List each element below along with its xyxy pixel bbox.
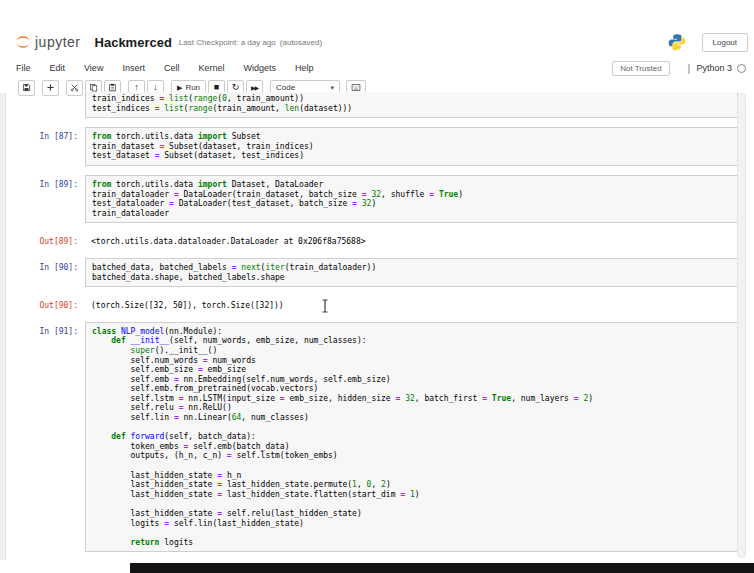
code-line: last_hidden_state = self.relu(last_hidde… [92,509,731,519]
code-line: self.emb = nn.Embedding(self.num_words, … [92,375,731,385]
code-cell[interactable]: train_indices = list(range(0, train_amou… [0,92,738,118]
code-line: batched_data.shape, batched_labels.shape [92,273,731,283]
play-icon: ▶ [177,84,182,92]
code-line: def forward(self, batch_data): [92,432,731,442]
code-line: self.num_words = num_words [92,356,731,366]
code-line: self.emb_size = emb_size [92,365,731,375]
code-line: def __init__(self, num_words, emb_size, … [92,336,731,346]
code-editor[interactable]: train_indices = list(range(0, train_amou… [85,92,738,118]
code-line: last_hidden_state = last_hidden_state.pe… [92,480,731,490]
cell-type-value: Code [276,83,295,92]
stop-icon: ■ [214,83,219,92]
code-cell[interactable]: In [87]:from torch.utils.data import Sub… [0,127,738,166]
kernel-name: Python 3 [696,63,732,73]
checkpoint-status: Last Checkpoint: a day ago [179,38,276,47]
code-line: batched_data, batched_labels = next(iter… [92,263,731,273]
code-editor[interactable]: from torch.utils.data import Dataset, Da… [85,175,738,223]
keyboard-icon [350,83,362,92]
code-line: from torch.utils.data import Dataset, Da… [92,180,731,190]
scissors-icon [70,83,79,92]
input-prompt: In [89]: [0,175,85,223]
arrow-up-icon: ↑ [134,83,139,92]
code-line: test_dataset = Subset(dataset, test_indi… [92,151,731,161]
code-line [92,461,731,471]
code-cell[interactable]: In [91]:class NLP_model(nn.Module): def … [0,322,738,553]
save-icon [22,83,31,92]
copy-icon [89,83,98,92]
output-cell[interactable]: Out[90]:(torch.Size([32, 50]), torch.Siz… [0,296,738,311]
kernel-separator: | [688,62,691,74]
code-line: from torch.utils.data import Subset [92,132,731,142]
notebook-scrollbar[interactable] [737,93,746,558]
output-cell[interactable]: Out[89]:<torch.utils.data.dataloader.Dat… [0,232,738,247]
code-line: last_hidden_state = last_hidden_state.fl… [92,490,731,500]
code-line: class NLP_model(nn.Module): [92,327,731,337]
code-line: return logits [92,538,731,548]
menu-widgets[interactable]: Widgets [243,63,276,73]
input-prompt: In [87]: [0,127,85,166]
code-line: test_indices = list(range(train_amount, … [92,104,731,114]
code-line: super().__init__() [92,346,731,356]
code-line: token_embs = self.emb(batch_data) [92,442,731,452]
header: jupyter Hackmerced Last Checkpoint: a da… [14,30,748,54]
output-prompt: Out[90]: [0,296,85,311]
jupyter-logo-text: jupyter [35,34,81,50]
code-line: logits = self.lin(last_hidden_state) [92,519,731,529]
jupyter-logo-icon [14,33,32,51]
output-prompt: Out[89]: [0,232,85,247]
code-line: train_dataloader = DataLoader(train_data… [92,190,731,200]
code-line [92,423,731,433]
code-line: train_indices = list(range(0, train_amou… [92,94,731,104]
chevron-down-icon: ▾ [331,84,335,92]
output-text: <torch.utils.data.dataloader.DataLoader … [85,232,738,247]
autosave-status: (autosaved) [280,38,322,47]
notebook-title[interactable]: Hackmerced [95,35,172,50]
run-label: Run [185,83,200,92]
menu-edit[interactable]: Edit [50,63,66,73]
code-cell[interactable]: In [90]:batched_data, batched_labels = n… [0,258,738,287]
python-logo-icon [668,33,702,51]
code-line: train_dataloader [92,209,731,219]
menu-help[interactable]: Help [295,63,314,73]
menu-insert[interactable]: Insert [122,63,145,73]
paste-icon [108,83,117,92]
input-prompt: In [90]: [0,258,85,287]
code-line: train_dataset = Subset(dataset, train_in… [92,142,731,152]
code-editor[interactable]: batched_data, batched_labels = next(iter… [85,258,738,287]
code-editor[interactable]: class NLP_model(nn.Module): def __init__… [85,322,738,553]
code-line: self.lstm = nn.LSTM(input_size = emb_siz… [92,394,731,404]
kernel-status-icon [737,64,746,73]
output-text: (torch.Size([32, 50]), torch.Size([32])) [85,296,738,311]
notebook-cells: train_indices = list(range(0, train_amou… [0,92,738,563]
arrow-down-icon: ↓ [153,83,158,92]
code-cell[interactable]: In [89]:from torch.utils.data import Dat… [0,175,738,223]
code-editor[interactable]: from torch.utils.data import Subsettrain… [85,127,738,166]
plus-icon [46,83,55,92]
fast-forward-icon: ▶▶ [251,84,258,91]
code-line: self.lin = nn.Linear(64, num_classes) [92,413,731,423]
menu-file[interactable]: File [16,63,31,73]
code-line: last_hidden_state = h_n [92,471,731,481]
input-prompt: In [91]: [0,322,85,553]
code-line [92,499,731,509]
code-line: self.relu = nn.ReLU() [92,403,731,413]
jupyter-logo[interactable]: jupyter [14,33,81,51]
input-prompt [0,92,85,118]
menu-view[interactable]: View [84,63,103,73]
logout-button[interactable]: Logout [702,33,748,52]
code-line [92,528,731,538]
trust-status-badge[interactable]: Not Trusted [612,61,669,76]
menu-cell[interactable]: Cell [164,63,180,73]
code-line: outputs, (h_n, c_n) = self.lstm(token_em… [92,451,731,461]
code-line: test_dataloader = DataLoader(test_datase… [92,199,731,209]
bottom-black-bar [130,563,754,573]
menubar: File Edit View Insert Cell Kernel Widget… [16,60,748,76]
code-line: self.emb.from_pretrained(vocab.vectors) [92,384,731,394]
restart-icon: ↻ [232,83,240,92]
menu-kernel[interactable]: Kernel [198,63,224,73]
text-cursor [321,299,329,313]
